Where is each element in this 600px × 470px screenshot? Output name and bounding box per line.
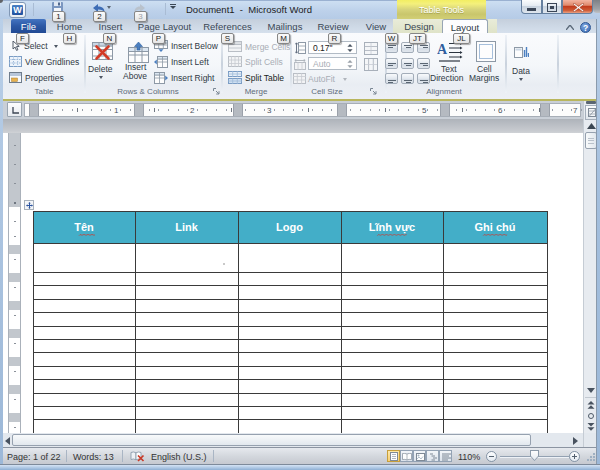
svg-text:A: A: [437, 42, 448, 57]
